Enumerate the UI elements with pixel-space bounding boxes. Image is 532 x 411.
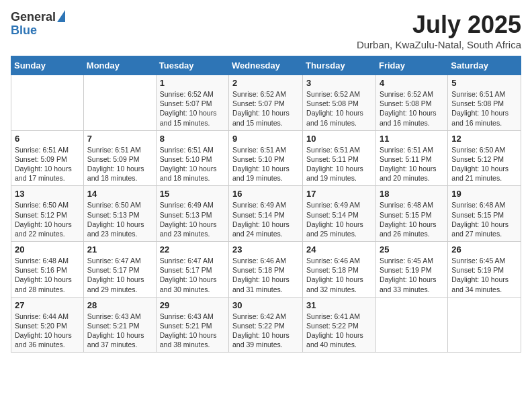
main-title: July 2025 (357, 11, 521, 39)
calendar-table: SundayMondayTuesdayWednesdayThursdayFrid… (11, 56, 521, 353)
calendar-cell: 23Sunrise: 6:46 AM Sunset: 5:18 PM Dayli… (229, 242, 303, 298)
calendar-cell: 18Sunrise: 6:48 AM Sunset: 5:15 PM Dayli… (375, 186, 447, 242)
day-number: 10 (306, 134, 372, 144)
day-info: Sunrise: 6:50 AM Sunset: 5:13 PM Dayligh… (87, 200, 152, 238)
day-info: Sunrise: 6:47 AM Sunset: 5:17 PM Dayligh… (160, 256, 225, 294)
calendar-cell: 6Sunrise: 6:51 AM Sunset: 5:09 PM Daylig… (11, 130, 84, 186)
day-info: Sunrise: 6:48 AM Sunset: 5:16 PM Dayligh… (15, 256, 80, 294)
calendar-cell: 22Sunrise: 6:47 AM Sunset: 5:17 PM Dayli… (156, 242, 228, 298)
calendar-cell: 29Sunrise: 6:43 AM Sunset: 5:21 PM Dayli… (156, 297, 228, 353)
calendar-body: 1Sunrise: 6:52 AM Sunset: 5:07 PM Daylig… (11, 75, 521, 353)
calendar-cell: 11Sunrise: 6:51 AM Sunset: 5:11 PM Dayli… (375, 130, 447, 186)
calendar-cell: 13Sunrise: 6:50 AM Sunset: 5:12 PM Dayli… (11, 186, 84, 242)
day-info: Sunrise: 6:48 AM Sunset: 5:15 PM Dayligh… (451, 200, 517, 238)
day-info: Sunrise: 6:45 AM Sunset: 5:19 PM Dayligh… (380, 256, 444, 294)
day-number: 23 (232, 244, 299, 255)
day-info: Sunrise: 6:42 AM Sunset: 5:22 PM Dayligh… (232, 312, 299, 350)
logo-general-text: General (11, 11, 56, 24)
calendar-week-row: 13Sunrise: 6:50 AM Sunset: 5:12 PM Dayli… (11, 186, 521, 242)
calendar-cell: 10Sunrise: 6:51 AM Sunset: 5:11 PM Dayli… (303, 130, 376, 186)
day-number: 8 (160, 134, 225, 144)
day-header-saturday: Saturday (448, 56, 521, 75)
day-info: Sunrise: 6:43 AM Sunset: 5:21 PM Dayligh… (160, 312, 225, 350)
day-number: 22 (160, 244, 225, 255)
calendar-cell (83, 75, 156, 131)
day-info: Sunrise: 6:51 AM Sunset: 5:09 PM Dayligh… (15, 145, 80, 183)
calendar-cell: 14Sunrise: 6:50 AM Sunset: 5:13 PM Dayli… (83, 186, 156, 242)
day-number: 24 (306, 244, 372, 255)
day-info: Sunrise: 6:45 AM Sunset: 5:19 PM Dayligh… (451, 256, 517, 294)
logo-blue-text: Blue (11, 24, 37, 38)
day-header-sunday: Sunday (11, 56, 84, 75)
day-info: Sunrise: 6:51 AM Sunset: 5:10 PM Dayligh… (232, 145, 299, 183)
calendar-cell: 26Sunrise: 6:45 AM Sunset: 5:19 PM Dayli… (448, 242, 521, 298)
calendar-week-row: 20Sunrise: 6:48 AM Sunset: 5:16 PM Dayli… (11, 242, 521, 298)
day-info: Sunrise: 6:41 AM Sunset: 5:22 PM Dayligh… (306, 312, 372, 350)
calendar-cell: 12Sunrise: 6:50 AM Sunset: 5:12 PM Dayli… (448, 130, 521, 186)
day-number: 19 (451, 189, 517, 199)
day-info: Sunrise: 6:52 AM Sunset: 5:08 PM Dayligh… (306, 89, 372, 128)
day-number: 11 (380, 134, 444, 144)
day-number: 25 (380, 244, 444, 255)
day-number: 7 (87, 134, 152, 144)
calendar-cell (375, 297, 447, 353)
day-info: Sunrise: 6:51 AM Sunset: 5:09 PM Dayligh… (87, 145, 152, 183)
day-info: Sunrise: 6:43 AM Sunset: 5:21 PM Dayligh… (87, 312, 152, 350)
calendar-week-row: 1Sunrise: 6:52 AM Sunset: 5:07 PM Daylig… (11, 75, 521, 131)
day-info: Sunrise: 6:51 AM Sunset: 5:11 PM Dayligh… (306, 145, 372, 183)
calendar-cell: 9Sunrise: 6:51 AM Sunset: 5:10 PM Daylig… (229, 130, 303, 186)
calendar-cell (11, 75, 84, 131)
title-block: July 2025 Durban, KwaZulu-Natal, South A… (357, 11, 521, 50)
day-info: Sunrise: 6:48 AM Sunset: 5:15 PM Dayligh… (380, 200, 444, 238)
calendar-cell: 2Sunrise: 6:52 AM Sunset: 5:07 PM Daylig… (229, 75, 303, 131)
day-number: 4 (380, 78, 444, 88)
calendar-cell: 4Sunrise: 6:52 AM Sunset: 5:08 PM Daylig… (375, 75, 447, 131)
day-number: 31 (306, 300, 372, 310)
day-header-friday: Friday (375, 56, 447, 75)
day-info: Sunrise: 6:52 AM Sunset: 5:08 PM Dayligh… (380, 89, 444, 128)
calendar-cell: 30Sunrise: 6:42 AM Sunset: 5:22 PM Dayli… (229, 297, 303, 353)
day-header-thursday: Thursday (303, 56, 376, 75)
day-info: Sunrise: 6:49 AM Sunset: 5:13 PM Dayligh… (160, 200, 225, 238)
day-number: 14 (87, 189, 152, 199)
day-info: Sunrise: 6:50 AM Sunset: 5:12 PM Dayligh… (15, 200, 80, 238)
day-number: 1 (160, 78, 225, 88)
day-info: Sunrise: 6:51 AM Sunset: 5:10 PM Dayligh… (160, 145, 225, 183)
calendar-cell: 25Sunrise: 6:45 AM Sunset: 5:19 PM Dayli… (375, 242, 447, 298)
calendar-cell: 24Sunrise: 6:46 AM Sunset: 5:18 PM Dayli… (303, 242, 376, 298)
calendar-cell: 17Sunrise: 6:49 AM Sunset: 5:14 PM Dayli… (303, 186, 376, 242)
day-info: Sunrise: 6:52 AM Sunset: 5:07 PM Dayligh… (160, 89, 225, 128)
day-info: Sunrise: 6:49 AM Sunset: 5:14 PM Dayligh… (306, 200, 372, 238)
logo-triangle-icon (57, 10, 65, 22)
day-number: 15 (160, 189, 225, 199)
day-info: Sunrise: 6:49 AM Sunset: 5:14 PM Dayligh… (232, 200, 299, 238)
header: General Blue July 2025 Durban, KwaZulu-N… (11, 11, 521, 50)
day-info: Sunrise: 6:52 AM Sunset: 5:07 PM Dayligh… (232, 89, 299, 128)
subtitle: Durban, KwaZulu-Natal, South Africa (357, 39, 521, 50)
day-number: 5 (451, 78, 517, 88)
day-number: 28 (87, 300, 152, 310)
day-info: Sunrise: 6:51 AM Sunset: 5:08 PM Dayligh… (451, 89, 517, 128)
calendar-cell: 21Sunrise: 6:47 AM Sunset: 5:17 PM Dayli… (83, 242, 156, 298)
day-info: Sunrise: 6:50 AM Sunset: 5:12 PM Dayligh… (451, 145, 517, 183)
day-info: Sunrise: 6:46 AM Sunset: 5:18 PM Dayligh… (306, 256, 372, 294)
day-number: 21 (87, 244, 152, 255)
calendar-cell (448, 297, 521, 353)
day-number: 3 (306, 78, 372, 88)
day-number: 12 (451, 134, 517, 144)
day-number: 9 (232, 134, 299, 144)
day-number: 30 (232, 300, 299, 310)
day-number: 2 (232, 78, 299, 88)
day-header-wednesday: Wednesday (229, 56, 303, 75)
day-number: 18 (380, 189, 444, 199)
calendar-cell: 19Sunrise: 6:48 AM Sunset: 5:15 PM Dayli… (448, 186, 521, 242)
calendar-cell: 3Sunrise: 6:52 AM Sunset: 5:08 PM Daylig… (303, 75, 376, 131)
calendar-cell: 5Sunrise: 6:51 AM Sunset: 5:08 PM Daylig… (448, 75, 521, 131)
day-number: 27 (15, 300, 80, 310)
calendar-cell: 20Sunrise: 6:48 AM Sunset: 5:16 PM Dayli… (11, 242, 84, 298)
calendar-cell: 31Sunrise: 6:41 AM Sunset: 5:22 PM Dayli… (303, 297, 376, 353)
day-number: 13 (15, 189, 80, 199)
day-number: 29 (160, 300, 225, 310)
day-number: 6 (15, 134, 80, 144)
day-header-monday: Monday (83, 56, 156, 75)
